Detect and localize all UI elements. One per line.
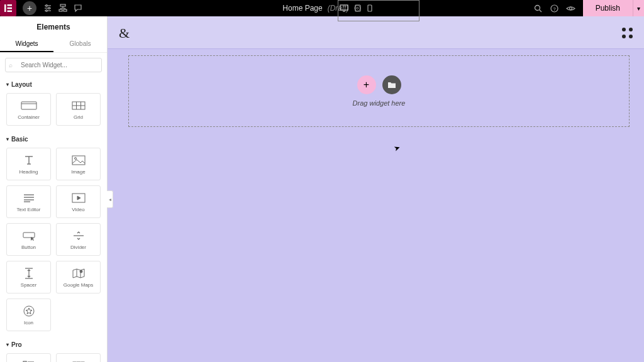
add-section-button[interactable]: +: [357, 75, 376, 94]
maps-icon: [72, 267, 85, 280]
top-bar: + Home Page (Draft) ? Publish ▾: [0, 0, 644, 16]
panel-collapse-handle[interactable]: ◂: [107, 190, 113, 208]
mouse-cursor: ➤: [392, 143, 401, 154]
svg-point-7: [46, 5, 48, 7]
canvas-header-section[interactable]: &: [108, 16, 644, 49]
grid-icon: [72, 99, 86, 112]
svg-rect-45: [23, 233, 35, 238]
elements-panel: Elements Widgets Globals ⌕ ▾Layout Conta…: [0, 16, 108, 362]
svg-rect-28: [21, 102, 36, 109]
heading-icon: [23, 154, 35, 167]
svg-rect-1: [8, 4, 13, 6]
svg-rect-3: [8, 11, 13, 13]
svg-point-38: [74, 157, 76, 159]
search-widget-input[interactable]: [5, 58, 102, 72]
widget-google-maps[interactable]: Google Maps: [56, 261, 101, 293]
widget-container[interactable]: Container: [6, 93, 51, 126]
widget-spacer[interactable]: Spacer: [6, 261, 51, 293]
elementor-logo[interactable]: [0, 0, 16, 16]
text-editor-icon: [23, 192, 35, 204]
widget-video[interactable]: Video: [56, 185, 101, 218]
button-icon: [22, 229, 36, 242]
svg-rect-37: [72, 156, 85, 165]
svg-rect-22: [368, 5, 372, 11]
svg-point-8: [48, 8, 50, 9]
add-template-button[interactable]: [382, 75, 401, 94]
section-basic-header[interactable]: ▾Basic: [0, 132, 107, 145]
responsive-devices: [340, 4, 372, 12]
section-drag-handle[interactable]: [622, 28, 633, 38]
svg-rect-19: [340, 5, 348, 10]
widget-divider[interactable]: Divider: [56, 223, 101, 256]
add-element-button[interactable]: +: [23, 1, 36, 15]
star-icon: [23, 305, 35, 317]
widget-text-editor[interactable]: Text Editor: [6, 185, 51, 218]
widget-portfolio[interactable]: Portfolio: [56, 353, 101, 362]
widget-post[interactable]: Post: [6, 353, 51, 362]
svg-point-23: [535, 5, 540, 10]
page-title: Home Page: [282, 4, 322, 13]
search-icon: ⌕: [9, 62, 13, 69]
widget-grid[interactable]: Grid: [56, 93, 101, 126]
svg-rect-0: [4, 4, 6, 12]
svg-rect-10: [60, 4, 65, 6]
site-logo-glyph: &: [119, 25, 130, 41]
finder-search-icon[interactable]: [530, 0, 547, 16]
video-icon: [72, 192, 86, 204]
svg-line-24: [540, 9, 542, 12]
svg-rect-2: [8, 8, 13, 9]
dropzone-hint: Drag widget here: [353, 99, 406, 107]
widget-button[interactable]: Button: [6, 223, 51, 256]
structure-icon[interactable]: [55, 0, 70, 16]
notes-icon[interactable]: [70, 0, 86, 16]
section-pro-header[interactable]: ▾Pro: [0, 337, 107, 351]
post-icon: [23, 359, 35, 363]
image-icon: [72, 154, 86, 167]
svg-point-27: [570, 7, 572, 9]
svg-rect-21: [355, 5, 360, 11]
spacer-icon: [24, 267, 34, 280]
widget-icon[interactable]: Icon: [6, 299, 51, 331]
tablet-icon[interactable]: [355, 4, 361, 12]
site-settings-icon[interactable]: [40, 0, 55, 16]
section-layout-header[interactable]: ▾Layout: [0, 77, 107, 90]
svg-rect-11: [59, 9, 62, 11]
publish-button[interactable]: Publish: [583, 0, 633, 16]
divider-icon: [72, 229, 85, 242]
svg-marker-44: [77, 196, 80, 200]
mobile-icon[interactable]: [367, 4, 372, 12]
empty-section-dropzone[interactable]: + Drag widget here: [128, 55, 630, 127]
svg-rect-12: [64, 9, 67, 11]
tab-globals[interactable]: Globals: [53, 36, 107, 52]
desktop-icon[interactable]: [340, 4, 348, 12]
container-icon: [21, 99, 37, 112]
svg-point-53: [80, 270, 82, 273]
panel-title: Elements: [0, 16, 107, 36]
editor-canvas[interactable]: & + Drag widget here ◂ ➤: [108, 16, 644, 362]
widget-heading[interactable]: Heading: [6, 148, 51, 180]
widget-image[interactable]: Image: [56, 148, 101, 180]
svg-point-9: [46, 10, 48, 12]
svg-text:?: ?: [553, 6, 556, 11]
portfolio-icon: [72, 359, 85, 363]
publish-dropdown[interactable]: ▾: [633, 0, 644, 16]
help-icon[interactable]: ?: [547, 0, 563, 16]
svg-marker-55: [26, 308, 32, 314]
tab-widgets[interactable]: Widgets: [0, 36, 53, 52]
preview-icon[interactable]: [563, 0, 579, 16]
